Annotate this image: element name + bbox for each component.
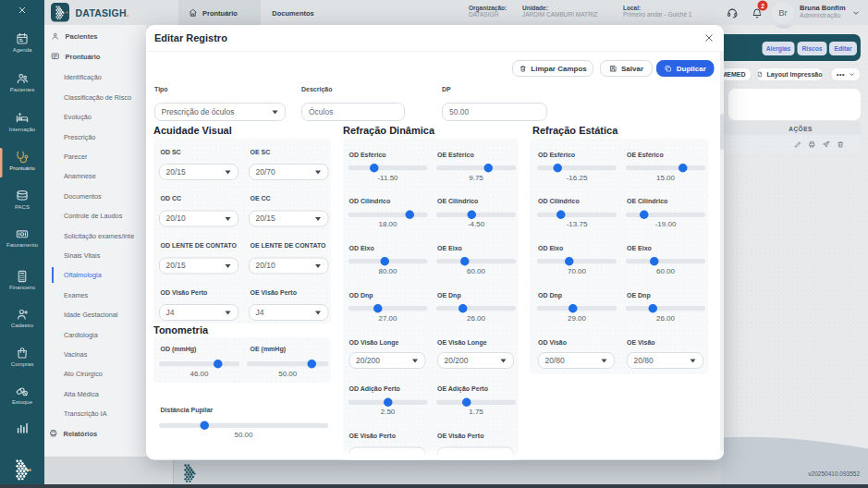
svg-text:P: P	[759, 74, 761, 77]
